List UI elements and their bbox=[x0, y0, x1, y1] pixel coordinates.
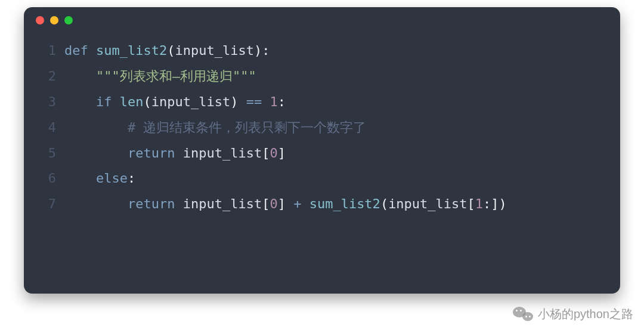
code-line: 7 return input_list[0] + sum_list2(input… bbox=[41, 192, 603, 217]
code-token: 0 bbox=[270, 196, 277, 211]
line-number: 5 bbox=[41, 141, 56, 166]
code-token bbox=[301, 196, 309, 211]
code-token: input_list bbox=[175, 43, 253, 58]
code-token: input_list bbox=[151, 94, 230, 109]
code-line: 3 if len(input_list) == 1: bbox=[41, 90, 603, 115]
code-token bbox=[64, 69, 96, 84]
code-token bbox=[64, 146, 128, 161]
code-line: 6 else: bbox=[41, 166, 603, 192]
code-token: == bbox=[246, 94, 262, 109]
code-token: ] bbox=[278, 146, 286, 161]
code-line: 4 # 递归结束条件，列表只剩下一个数字了 bbox=[41, 115, 603, 141]
window-dot-close[interactable] bbox=[36, 16, 44, 24]
code-token: """列表求和—利用递归""" bbox=[96, 69, 256, 84]
line-content: return input_list[0] + sum_list2(input_l… bbox=[64, 192, 507, 217]
code-token bbox=[64, 120, 128, 135]
code-line: 5 return input_list[0] bbox=[41, 141, 603, 166]
window-titlebar bbox=[24, 7, 620, 33]
code-token: [ bbox=[262, 146, 270, 161]
line-content: def sum_list2(input_list): bbox=[64, 38, 270, 64]
watermark-text: 小杨的python之路 bbox=[538, 306, 633, 322]
code-token: : bbox=[262, 43, 270, 58]
code-token: return bbox=[128, 146, 175, 161]
code-token: else bbox=[96, 171, 128, 186]
code-token: input_list bbox=[388, 196, 467, 211]
code-token bbox=[64, 171, 96, 186]
wechat-icon bbox=[513, 306, 533, 322]
line-content: # 递归结束条件，列表只剩下一个数字了 bbox=[64, 115, 366, 141]
line-content: """列表求和—利用递归""" bbox=[64, 64, 256, 90]
line-content: else: bbox=[64, 166, 135, 192]
code-token: ( bbox=[167, 43, 175, 58]
line-number: 1 bbox=[41, 38, 56, 64]
code-token bbox=[88, 43, 96, 58]
code-token: sum_list2 bbox=[96, 43, 167, 58]
code-token: ) bbox=[230, 94, 238, 109]
code-token: ] bbox=[278, 196, 286, 211]
watermark: 小杨的python之路 bbox=[513, 306, 633, 322]
code-token: ) bbox=[499, 196, 507, 211]
line-content: return input_list[0] bbox=[64, 141, 286, 166]
window-dot-zoom[interactable] bbox=[64, 16, 73, 24]
code-token: def bbox=[64, 43, 88, 58]
code-token bbox=[112, 94, 119, 109]
code-token: 0 bbox=[270, 146, 277, 161]
code-line: 1def sum_list2(input_list): bbox=[41, 38, 603, 64]
code-token bbox=[64, 196, 128, 211]
code-area: 1def sum_list2(input_list):2 """列表求和—利用递… bbox=[24, 33, 620, 217]
line-number: 7 bbox=[41, 192, 56, 217]
code-token: len bbox=[120, 94, 144, 109]
window-dot-minimize[interactable] bbox=[50, 16, 58, 24]
code-token: sum_list2 bbox=[309, 196, 380, 211]
code-window: 1def sum_list2(input_list):2 """列表求和—利用递… bbox=[24, 7, 620, 294]
code-token: : bbox=[483, 196, 491, 211]
code-token: input_list bbox=[175, 196, 262, 211]
line-number: 4 bbox=[41, 115, 56, 141]
code-token bbox=[64, 94, 96, 109]
code-token: 1 bbox=[475, 196, 483, 211]
code-token: : bbox=[278, 94, 286, 109]
line-content: if len(input_list) == 1: bbox=[64, 90, 286, 115]
code-token bbox=[286, 196, 293, 211]
line-number: 3 bbox=[41, 90, 56, 115]
line-number: 6 bbox=[41, 166, 56, 192]
code-token: [ bbox=[467, 196, 475, 211]
line-number: 2 bbox=[41, 64, 56, 90]
code-token bbox=[238, 94, 246, 109]
code-token: + bbox=[293, 196, 301, 211]
code-token: : bbox=[128, 171, 135, 186]
code-token: [ bbox=[262, 196, 270, 211]
code-token: 1 bbox=[270, 94, 277, 109]
code-token: input_list bbox=[175, 146, 262, 161]
code-token: # 递归结束条件，列表只剩下一个数字了 bbox=[128, 120, 367, 135]
code-token: ( bbox=[143, 94, 151, 109]
code-token: if bbox=[96, 94, 112, 109]
code-token: ] bbox=[491, 196, 499, 211]
code-token: ( bbox=[380, 196, 388, 211]
code-token: ) bbox=[254, 43, 262, 58]
code-token: return bbox=[128, 196, 175, 211]
code-line: 2 """列表求和—利用递归""" bbox=[41, 64, 603, 90]
code-token bbox=[262, 94, 270, 109]
